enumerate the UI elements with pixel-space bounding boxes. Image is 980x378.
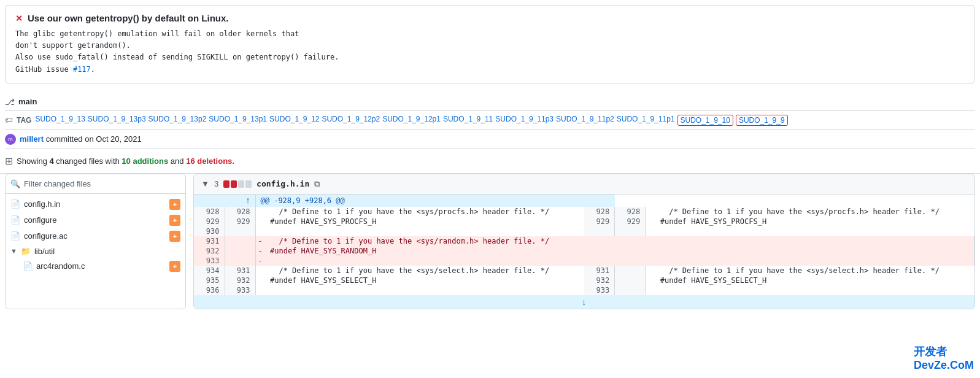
change-plus-icon: + [173,233,177,240]
file-item-left: 📄 configure.ac [10,231,68,241]
commit-desc-line1: The glibc getentropy() emulation will fa… [15,28,965,40]
diff-line-931-removed: 931 - /* Define to 1 if you have the <sy… [194,236,974,246]
issue-link[interactable]: #117 [73,65,91,74]
change-plus-icon: + [173,217,177,224]
new-line-num-right [615,226,646,236]
file-item-config-h[interactable]: 📄 config.h.in + [6,196,185,212]
line-sign-right [646,276,655,285]
copy-icon[interactable]: ⧉ [314,179,320,189]
line-content-right [655,226,974,236]
change-badge: + [169,215,180,226]
line-content [265,226,584,236]
tag-item-highlighted[interactable]: SUDO_1_9_9 [736,115,788,126]
commit-desc-line4: GitHub issue #117. [15,64,965,75]
tag-item[interactable]: SUDO_1_9_13p2 [149,115,207,126]
line-sign-right [646,217,655,226]
line-content: /* Define to 1 if you have the <sys/rand… [265,236,584,246]
folder-item-lib-util[interactable]: ▼ 📁 lib/util [6,244,185,258]
change-badge: + [169,231,180,242]
change-badge: + [169,261,180,272]
new-line-num: 933 [225,285,255,295]
line-sign-right [646,207,655,217]
tag-item[interactable]: SUDO_1_9_12p1 [382,115,441,126]
hunk-header-text: @@ -928,9 +928,6 @@ [255,195,615,207]
tag-item-highlighted[interactable]: SUDO_1_9_10 [677,115,733,126]
diff-line-928: 928 928 /* Define to 1 if you have the <… [194,207,974,217]
old-line-num: 934 [194,266,225,276]
file-name: config.h.in [24,199,60,209]
tag-item[interactable]: SUDO_1_9_11 [443,115,493,126]
tag-item[interactable]: SUDO_1_9_11p3 [495,115,554,126]
tag-item[interactable]: SUDO_1_9_11p2 [556,115,614,126]
diff-table: ↑ @@ -928,9 +928,6 @@ 928 928 /* Define … [194,195,974,309]
line-sign-right [646,226,655,236]
change-plus-icon: + [173,263,177,270]
line-content [265,285,584,295]
commit-description: The glibc getentropy() emulation will fa… [15,28,965,75]
tag-item[interactable]: SUDO_1_9_11p1 [617,115,675,126]
file-item-arc4random[interactable]: 📄 arc4random.c + [6,258,185,274]
chevron-down-icon: ▼ [10,247,17,255]
file-icon: 📄 [10,231,20,241]
new-line-num [225,236,255,246]
tag-item[interactable]: SUDO_1_9_13p1 [209,115,267,126]
diff-line-933-removed: 933 - [194,256,974,266]
line-sign [255,276,265,285]
file-icon: 📄 [10,215,20,225]
tag-item[interactable]: SUDO_1_9_12p2 [322,115,380,126]
new-line-num-right [615,266,646,276]
file-item-configure-ac[interactable]: 📄 configure.ac + [6,228,185,244]
old-line-num-right: 929 [584,217,615,226]
tag-item[interactable]: SUDO_1_9_13 [35,115,85,126]
commit-desc-line3: Also use sudo_fatal() instead of sending… [15,52,965,63]
file-icon: 📄 [10,199,20,209]
old-line-num: 928 [194,207,225,217]
file-item-configure[interactable]: 📄 configure + [6,212,185,228]
line-sign: - [255,246,265,256]
deletions-count: 16 [186,156,195,166]
meta-section: ⎇ main 🏷 TAG SUDO_1_9_13 SUDO_1_9_13p3 S… [0,88,980,149]
diff-line-934: 934 931 /* Define to 1 if you have the <… [194,266,974,276]
stats-row: ⊞ Showing 4 changed files with 10 additi… [0,149,980,174]
commit-title-text: Use our own getentropy() by default on L… [28,13,229,23]
hunk-header-row: ↑ @@ -928,9 +928,6 @@ [194,195,974,207]
diff-file-header: ▼ 3 config.h.in ⧉ [194,174,974,195]
diff-file-name: config.h.in [257,179,309,188]
line-sign-right [646,266,655,276]
tag-item[interactable]: SUDO_1_9_13p3 [88,115,146,126]
old-line-num: 935 [194,276,225,285]
tag-list: SUDO_1_9_13 SUDO_1_9_13p3 SUDO_1_9_13p2 … [35,115,787,126]
line-content: #undef HAVE_SYS_SELECT_H [265,276,584,285]
old-line-num: 931 [194,236,225,246]
diff-line-930: 930 [194,226,974,236]
folder-name: lib/util [34,247,55,256]
tag-item[interactable]: SUDO_1_9_12 [269,115,319,126]
filter-input[interactable] [24,179,180,188]
branch-icon: ⎇ [5,97,15,107]
expand-down-button[interactable]: ↓ [582,297,586,307]
line-content-right: /* Define to 1 if you have the <sys/proc… [655,207,974,217]
line-sign [255,285,265,295]
author-link[interactable]: millert [20,134,44,144]
line-content-right [655,285,974,295]
stats-text: Showing 4 changed files with 10 addition… [17,156,234,166]
diff-blocks-icon [223,180,252,188]
file-name: arc4random.c [36,261,85,271]
old-line-num-right [584,226,615,236]
deletions-label: deletions. [197,156,234,166]
change-badge: + [169,199,180,210]
file-name: configure [24,215,56,225]
author-row: m millert committed on Oct 20, 2021 [5,130,975,149]
file-item-left: 📄 configure [10,215,56,225]
collapse-button[interactable]: ▼ [201,179,209,188]
expand-up-button[interactable]: ↑ [246,195,250,205]
and-label: and [171,156,184,166]
diff-area: ▼ 3 config.h.in ⧉ [193,174,975,309]
line-content [265,256,584,266]
new-line-num: 929 [225,217,255,226]
line-content-right: /* Define to 1 if you have the <sys/sele… [655,266,974,276]
line-content: /* Define to 1 if you have the <sys/proc… [265,207,584,217]
commit-header: ✕ Use our own getentropy() by default on… [5,5,975,83]
line-content-right: #undef HAVE_SYS_SELECT_H [655,276,974,285]
author-avatar: m [5,134,16,145]
